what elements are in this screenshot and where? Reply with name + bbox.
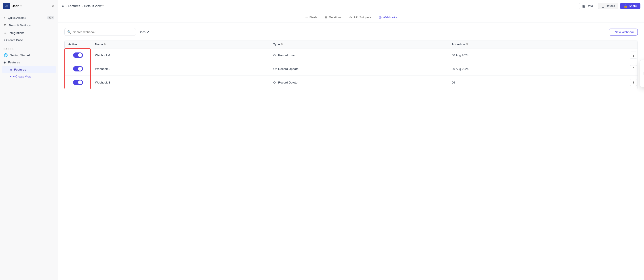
getting-started-label: Getting Started <box>10 54 30 57</box>
breadcrumb-view[interactable]: Default View ▾ <box>84 4 104 8</box>
tab-relations[interactable]: ⊞ Relations <box>322 13 345 22</box>
create-base-button[interactable]: + Create Base <box>0 37 58 43</box>
th-name-label: Name <box>95 43 103 46</box>
tab-webhooks[interactable]: ◎ Webhooks <box>375 13 401 22</box>
integrations-icon: ◎ <box>4 31 6 35</box>
toggle-2[interactable] <box>73 66 83 71</box>
webhook-type-3: On Record Delete <box>270 78 448 87</box>
webhooks-tab-label: Webhooks <box>383 16 397 19</box>
overflow-menu-button-2[interactable]: ⋮ <box>630 65 637 72</box>
th-active: Active <box>64 40 92 48</box>
search-input[interactable] <box>73 30 133 34</box>
plus-icon: + <box>10 75 12 78</box>
webhook-name-1: Webhook-1 <box>92 50 270 60</box>
external-link-icon: ↗ <box>147 30 149 34</box>
table-row: Webhook-3 On Record Delete 06 ⋮ <box>64 76 638 89</box>
docs-link[interactable]: Docs ↗ <box>139 30 149 34</box>
webhook-added-on-3: 06 <box>448 78 626 87</box>
create-view-button[interactable]: + + Create View <box>2 73 56 80</box>
context-menu: ✎ Edit ❐ Duplicate 🗑 Delete <box>640 60 644 87</box>
data-grid-icon: ▦ <box>582 4 585 8</box>
features-label: Features <box>8 61 20 64</box>
webhook-name-2: Webhook-2 <box>92 64 270 74</box>
share-label: Share <box>629 4 637 7</box>
webhook-added-on-2: 06 Aug 2024 <box>448 64 626 74</box>
breadcrumb-db-icon: ◈ <box>62 4 64 8</box>
search-icon: ⌕ <box>4 16 6 20</box>
data-tab-label: Data <box>586 4 593 7</box>
sort-icon: ⇅ <box>466 43 468 46</box>
webhook-actions-2: ⋮ ✎ Edit ❐ Duplicate <box>626 62 638 75</box>
th-added-on[interactable]: Added on ⇅ <box>448 40 626 48</box>
sidebar-nav: ⌕ Quick Actions ⌘ K ⚙ Team & Settings ◎ … <box>0 12 58 45</box>
fields-icon: ☰ <box>305 15 308 19</box>
sidebar-item-features-table[interactable]: ◈ Features <box>2 66 56 73</box>
sidebar-item-team-settings[interactable]: ⚙ Team & Settings <box>0 21 58 29</box>
sidebar-header: US User ▾ « <box>0 0 58 12</box>
toggle-3[interactable] <box>73 80 83 85</box>
user-menu[interactable]: US User ▾ <box>3 3 22 9</box>
sort-icon: ⇅ <box>104 43 106 46</box>
tab-fields[interactable]: ☰ Fields <box>302 13 321 22</box>
toggle-1[interactable] <box>73 52 83 58</box>
details-tab-button[interactable]: ◫ Details <box>598 3 618 9</box>
user-chevron-icon: ▾ <box>20 4 22 7</box>
webhook-type-1: On Record Insert <box>270 50 448 60</box>
team-settings-label: Team & Settings <box>9 24 31 27</box>
webhooks-toolbar: 🔍 Docs ↗ + New Webhook <box>64 28 638 36</box>
integrations-label: Integrations <box>9 31 24 35</box>
sidebar-item-integrations[interactable]: ◎ Integrations <box>0 29 58 37</box>
webhooks-content: 🔍 Docs ↗ + New Webhook Active Name ⇅ <box>58 23 644 280</box>
create-view-label: + Create View <box>13 75 31 78</box>
relations-icon: ⊞ <box>325 16 328 19</box>
features-db-icon: ◈ <box>4 60 6 64</box>
details-tab-label: Details <box>606 4 615 7</box>
sidebar: US User ▾ « ⌕ Quick Actions ⌘ K ⚙ Team &… <box>0 0 58 280</box>
overflow-menu-button-3[interactable]: ⋮ <box>630 79 637 86</box>
table-body: Webhook-1 On Record Insert 06 Aug 2024 ⋮… <box>64 48 638 89</box>
ctx-delete[interactable]: 🗑 Delete <box>640 77 644 86</box>
webhook-actions-3: ⋮ <box>626 76 638 89</box>
new-webhook-button[interactable]: + New Webhook <box>609 29 638 35</box>
active-toggle-2[interactable] <box>64 63 92 75</box>
tab-api-snippets[interactable]: <> API Snippets <box>346 13 375 22</box>
table-row: Webhook-1 On Record Insert 06 Aug 2024 ⋮ <box>64 48 638 62</box>
topbar-actions: ▦ Data ◫ Details 🔒 Share <box>579 3 640 9</box>
share-button[interactable]: 🔒 Share <box>620 3 640 9</box>
breadcrumb-sep1: › <box>66 4 67 8</box>
quick-actions-shortcut: ⌘ K <box>48 16 54 19</box>
sidebar-item-quick-actions[interactable]: ⌕ Quick Actions ⌘ K <box>0 14 58 21</box>
sidebar-collapse-button[interactable]: « <box>51 3 55 9</box>
sidebar-item-getting-started[interactable]: 🌐 Getting Started <box>0 52 58 59</box>
globe-icon: 🌐 <box>4 53 8 57</box>
data-tab-button[interactable]: ▦ Data <box>579 3 596 9</box>
overflow-menu-button-1[interactable]: ⋮ <box>630 52 637 59</box>
breadcrumb-table[interactable]: Features <box>68 4 80 8</box>
create-base-label: + Create Base <box>4 38 23 42</box>
breadcrumb-chevron-icon: ▾ <box>102 4 104 7</box>
ctx-edit[interactable]: ✎ Edit <box>640 61 644 69</box>
api-snippets-tab-label: API Snippets <box>354 16 371 19</box>
api-icon: <> <box>349 16 352 19</box>
details-icon: ◫ <box>602 4 604 8</box>
relations-tab-label: Relations <box>329 16 342 19</box>
search-box[interactable]: 🔍 <box>64 28 136 36</box>
quick-actions-label: Quick Actions <box>8 16 26 19</box>
bases-section-label: Bases <box>0 45 58 52</box>
th-actions <box>626 40 638 48</box>
webhooks-icon: ◎ <box>379 15 382 19</box>
th-type[interactable]: Type ⇅ <box>270 40 448 48</box>
webhook-table: Active Name ⇅ Type ⇅ Added on ⇅ <box>64 40 638 89</box>
gear-icon: ⚙ <box>4 23 6 27</box>
webhook-type-2: On Record Update <box>270 64 448 74</box>
active-toggle-3[interactable] <box>64 77 92 88</box>
sidebar-item-features[interactable]: ◈ Features <box>0 59 58 66</box>
breadcrumb-sep2: › <box>82 4 83 8</box>
active-toggle-1[interactable] <box>64 49 92 61</box>
th-name[interactable]: Name ⇅ <box>92 40 270 48</box>
th-type-label: Type <box>273 43 280 46</box>
webhook-actions-1: ⋮ <box>626 48 638 62</box>
ctx-duplicate[interactable]: ❐ Duplicate <box>640 69 644 77</box>
docs-label: Docs <box>139 30 146 34</box>
features-table-label: Features <box>14 68 26 71</box>
